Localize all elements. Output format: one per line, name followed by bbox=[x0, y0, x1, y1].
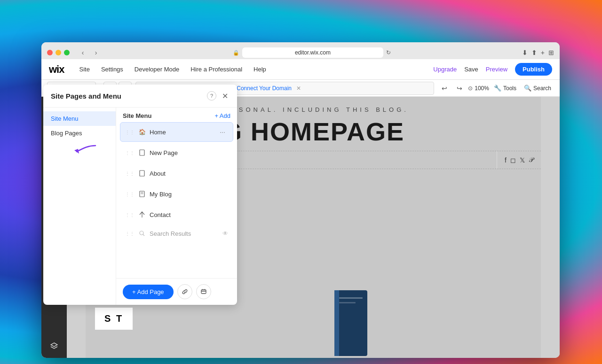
home-page-icon: 🏠 bbox=[138, 128, 146, 136]
nav-developer-mode[interactable]: Developer Mode bbox=[129, 59, 185, 80]
svg-point-27 bbox=[141, 192, 143, 194]
nav-hire-professional[interactable]: Hire a Professional bbox=[185, 59, 248, 80]
preview-button[interactable]: Preview bbox=[482, 66, 511, 73]
svg-rect-24 bbox=[140, 150, 144, 155]
wix-logo: wix bbox=[49, 63, 64, 76]
pinterest-icon: 𝒫 bbox=[529, 156, 533, 164]
zoom-icon: ⊙ bbox=[468, 85, 473, 92]
minimize-traffic-light[interactable] bbox=[55, 50, 61, 55]
about-page-icon bbox=[138, 170, 146, 177]
book-illustration bbox=[325, 286, 381, 358]
drag-handle-icon: ⋮⋮ bbox=[125, 212, 135, 217]
drag-handle-icon: ⋮⋮ bbox=[125, 130, 135, 135]
share-icon[interactable]: ⬆ bbox=[531, 49, 537, 56]
menu-item-my-blog[interactable]: ⋮⋮ My Blog ··· bbox=[120, 184, 233, 204]
reload-icon[interactable]: ↻ bbox=[386, 49, 391, 56]
svg-rect-20 bbox=[334, 290, 367, 356]
domain-bar-close[interactable]: ✕ bbox=[296, 85, 301, 92]
panel-tab-site-menu[interactable]: Site Menu bbox=[43, 111, 116, 126]
undo-button[interactable]: ↩ bbox=[438, 82, 451, 95]
svg-rect-25 bbox=[140, 170, 144, 176]
menu-item-about-label: About bbox=[150, 170, 213, 177]
maximize-traffic-light[interactable] bbox=[64, 50, 70, 55]
menu-item-new-page[interactable]: ⋮⋮ New Page ··· bbox=[120, 143, 233, 163]
browser-actions: ⬇ ⬆ + ⊞ bbox=[522, 49, 554, 56]
hidden-toggle-icon[interactable]: 👁 bbox=[222, 230, 228, 237]
drag-handle-icon: ⋮⋮ bbox=[125, 192, 135, 197]
site-menu-add-button[interactable]: + Add bbox=[214, 112, 230, 119]
menu-item-new-page-label: New Page bbox=[150, 149, 213, 156]
lock-icon: 🔒 bbox=[233, 50, 239, 56]
svg-rect-29 bbox=[201, 290, 206, 294]
upgrade-button[interactable]: Upgrade bbox=[429, 66, 460, 73]
add-page-button[interactable]: + Add Page bbox=[123, 285, 174, 299]
tools-icon: 🔧 bbox=[494, 85, 501, 92]
forward-button[interactable]: › bbox=[90, 47, 102, 58]
website-nav-social: f ◻ 𝕏 𝒫 bbox=[497, 151, 541, 169]
site-menu-header: Site Menu + Add bbox=[116, 108, 237, 122]
browser-title-bar: ‹ › 🔒 ↻ ⬇ ⬆ + ⊞ bbox=[47, 46, 554, 59]
drag-handle-icon: ⋮⋮ bbox=[125, 150, 135, 155]
browser-chrome: ‹ › 🔒 ↻ ⬇ ⬆ + ⊞ bbox=[41, 42, 560, 59]
menu-item-my-blog-label: My Blog bbox=[150, 191, 213, 198]
svg-point-28 bbox=[140, 231, 143, 235]
website-latest-post: S T bbox=[95, 308, 133, 330]
new-tab-icon[interactable]: + bbox=[541, 49, 545, 56]
publish-button[interactable]: Publish bbox=[515, 63, 552, 76]
search-icon: 🔍 bbox=[524, 85, 531, 92]
close-traffic-light[interactable] bbox=[47, 50, 53, 55]
menu-item-search-results-label: Search Results bbox=[150, 230, 219, 237]
instagram-icon: ◻ bbox=[510, 156, 516, 164]
panel-header: Site Pages and Menu ? ✕ bbox=[43, 85, 237, 108]
site-menu-title: Site Menu bbox=[123, 112, 151, 119]
svg-rect-23 bbox=[339, 302, 356, 303]
download-icon[interactable]: ⬇ bbox=[522, 49, 528, 56]
website-nav-search: 🔍 Search... bbox=[198, 151, 497, 169]
panel-body: Site Menu Blog Pages Site Menu + Add ⋮⋮ … bbox=[43, 108, 237, 305]
search-button[interactable]: 🔍 Search bbox=[521, 85, 554, 92]
menu-item-about[interactable]: ⋮⋮ About ··· bbox=[120, 163, 233, 183]
link-button[interactable] bbox=[177, 284, 192, 299]
site-pages-panel: Site Pages and Menu ? ✕ Site Menu Blog P… bbox=[43, 85, 237, 305]
facebook-icon: f bbox=[505, 156, 507, 164]
panel-help-button[interactable]: ? bbox=[207, 91, 216, 101]
menu-item-home[interactable]: ⋮⋮ 🏠 Home ··· bbox=[120, 122, 233, 142]
menu-item-contact[interactable]: ⋮⋮ Contact ··· bbox=[120, 205, 233, 225]
back-button[interactable]: ‹ bbox=[77, 47, 88, 58]
blog-page-icon bbox=[138, 190, 146, 198]
panel-right-content: Site Menu + Add ⋮⋮ 🏠 Home ··· ⋮⋮ bbox=[116, 108, 237, 305]
browser-address-bar: 🔒 ↻ bbox=[105, 47, 518, 58]
panel-header-actions: ? ✕ bbox=[207, 91, 230, 101]
tabs-icon[interactable]: ⊞ bbox=[548, 49, 554, 56]
connect-domain-link[interactable]: Connect Your Domain bbox=[237, 85, 292, 92]
panel-tab-blog-pages[interactable]: Blog Pages bbox=[43, 126, 116, 140]
menu-item-home-label: Home bbox=[150, 129, 213, 136]
panel-close-button[interactable]: ✕ bbox=[220, 91, 230, 101]
browser-nav: ‹ › bbox=[77, 47, 102, 58]
search-label: Search bbox=[533, 85, 551, 92]
menu-item-search-results[interactable]: ⋮⋮ Search Results 👁 bbox=[120, 225, 233, 241]
panel-left-nav: Site Menu Blog Pages bbox=[43, 108, 116, 305]
drag-handle-icon: ⋮⋮ bbox=[125, 171, 135, 176]
menu-items-list: ⋮⋮ 🏠 Home ··· ⋮⋮ New Page ··· bbox=[116, 122, 237, 278]
redo-button[interactable]: ↪ bbox=[453, 82, 466, 95]
settings-button[interactable] bbox=[196, 284, 211, 299]
tools-button[interactable]: 🔧 Tools bbox=[491, 85, 519, 92]
save-button[interactable]: Save bbox=[460, 66, 482, 73]
nav-site[interactable]: Site bbox=[73, 59, 95, 80]
address-input[interactable] bbox=[242, 47, 383, 58]
twitter-icon: 𝕏 bbox=[520, 156, 525, 164]
menu-item-more-button[interactable]: ··· bbox=[217, 126, 228, 138]
nav-settings[interactable]: Settings bbox=[95, 59, 129, 80]
nav-help[interactable]: Help bbox=[248, 59, 272, 80]
svg-rect-22 bbox=[339, 297, 363, 299]
toolbar-right: ↩ ↪ ⊙ 100% 🔧 Tools 🔍 Search bbox=[438, 82, 554, 95]
contact-page-icon bbox=[138, 211, 146, 218]
website-hero-title: G HOMEPAGE bbox=[222, 117, 404, 146]
svg-rect-21 bbox=[334, 290, 339, 356]
sidebar-layers-icon[interactable] bbox=[46, 337, 63, 354]
panel-footer: + Add Page bbox=[116, 278, 237, 305]
traffic-lights bbox=[47, 50, 70, 55]
menu-item-contact-label: Contact bbox=[150, 211, 213, 218]
new-page-icon bbox=[138, 149, 146, 156]
